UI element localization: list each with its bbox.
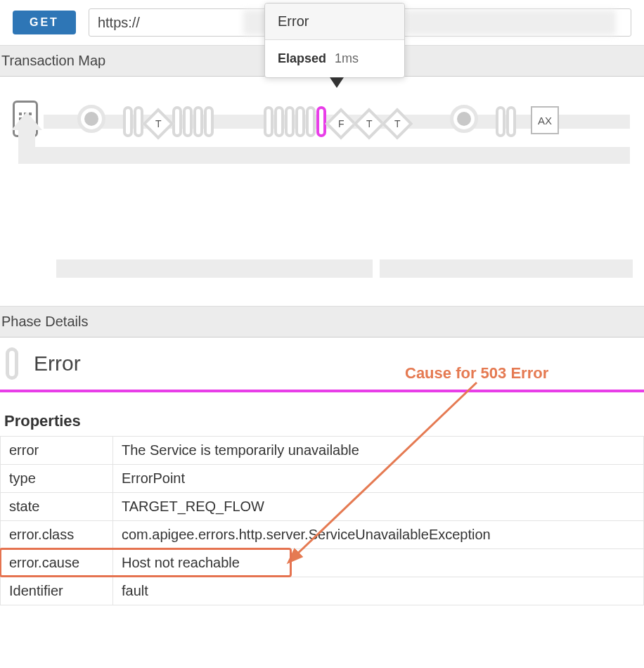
http-method-button[interactable]: GET — [13, 11, 76, 34]
property-value: fault — [113, 577, 644, 605]
policy-step[interactable] — [274, 106, 284, 137]
condition-label: T — [155, 118, 162, 129]
flow-node[interactable] — [450, 105, 478, 133]
policy-step[interactable] — [193, 106, 203, 137]
policy-step[interactable] — [285, 106, 295, 137]
property-key: error.class — [1, 521, 113, 549]
table-row: errorThe Service is temporarily unavaila… — [1, 437, 644, 465]
flow-node[interactable] — [77, 105, 105, 133]
policy-step[interactable] — [264, 106, 273, 137]
table-row: error.causeHost not reachable — [1, 549, 644, 577]
condition-step[interactable]: T — [142, 108, 174, 139]
property-key: error — [1, 437, 113, 465]
property-value: Host not reachable — [113, 549, 644, 577]
timeline-track[interactable] — [56, 259, 631, 278]
condition-step[interactable]: T — [353, 108, 385, 139]
policy-step[interactable] — [496, 106, 505, 137]
condition-step[interactable]: T — [381, 108, 413, 139]
step-tooltip: Error Elapsed 1ms — [264, 3, 405, 78]
timeline-segment[interactable] — [56, 259, 373, 278]
property-value: ErrorPoint — [113, 465, 644, 493]
phase-pill-icon — [6, 347, 18, 380]
return-arrow-icon — [11, 112, 42, 130]
tooltip-pointer-icon — [330, 77, 344, 88]
policy-step[interactable] — [506, 106, 516, 137]
condition-label: T — [394, 118, 401, 129]
condition-label: T — [366, 118, 373, 129]
policy-step[interactable] — [172, 106, 182, 137]
redaction-blur — [405, 10, 616, 35]
tooltip-elapsed-label: Elapsed — [278, 51, 326, 66]
annotation-label: Cause for 503 Error — [405, 364, 548, 383]
property-value: com.apigee.errors.http.server.ServiceUna… — [113, 521, 644, 549]
tooltip-elapsed-value: 1ms — [335, 51, 359, 66]
property-key: Identifier — [1, 577, 113, 605]
section-phase-details: Phase Details — [0, 306, 644, 338]
return-flow-bar — [18, 147, 630, 164]
policy-step[interactable] — [295, 106, 305, 137]
tooltip-title: Error — [265, 4, 404, 40]
flow-group: F T T — [264, 106, 411, 137]
policy-step-selected[interactable] — [316, 106, 326, 137]
policy-step[interactable] — [204, 106, 214, 137]
return-flow-bar — [18, 129, 35, 164]
flow-group: T — [123, 106, 214, 137]
property-key: error.cause — [1, 549, 113, 577]
property-key: state — [1, 493, 113, 521]
phase-title: Error — [34, 352, 81, 375]
flow-group — [496, 106, 517, 137]
table-row: Identifierfault — [1, 577, 644, 605]
policy-step[interactable] — [134, 106, 143, 137]
analytics-step[interactable]: AX — [531, 106, 559, 134]
properties-panel: Properties errorThe Service is temporari… — [0, 392, 644, 605]
properties-title: Properties — [0, 412, 644, 436]
table-row: typeErrorPoint — [1, 465, 644, 493]
table-row: stateTARGET_REQ_FLOW — [1, 493, 644, 521]
timeline-segment[interactable] — [380, 259, 633, 278]
policy-step[interactable] — [183, 106, 193, 137]
properties-table: errorThe Service is temporarily unavaila… — [0, 436, 644, 605]
condition-step[interactable]: F — [325, 108, 356, 139]
policy-step[interactable] — [306, 106, 316, 137]
property-value: The Service is temporarily unavailable — [113, 437, 644, 465]
transaction-map: T F T T AX — [0, 77, 644, 203]
table-row: error.classcom.apigee.errors.http.server… — [1, 521, 644, 549]
property-value: TARGET_REQ_FLOW — [113, 493, 644, 521]
policy-step[interactable] — [123, 106, 133, 137]
condition-label: F — [338, 118, 344, 129]
tooltip-body: Elapsed 1ms — [265, 40, 404, 77]
property-key: type — [1, 465, 113, 493]
